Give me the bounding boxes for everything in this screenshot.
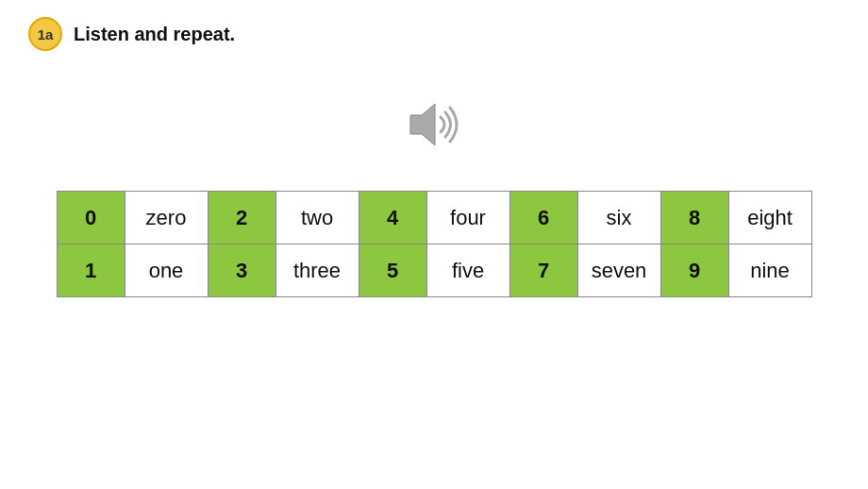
- number-table: 0zero2two4four6six8eight1one3three5five7…: [57, 191, 812, 297]
- svg-marker-0: [410, 104, 435, 145]
- number-cell-9: 9: [660, 244, 728, 297]
- number-cell-6: 6: [509, 192, 577, 244]
- number-cell-2: 2: [208, 192, 275, 244]
- number-cell-7: 7: [509, 244, 577, 297]
- number-cell-5: 5: [359, 244, 426, 297]
- word-cell-two: two: [275, 192, 359, 244]
- number-cell-4: 4: [359, 192, 426, 244]
- word-cell-five: five: [426, 244, 509, 297]
- speaker-area[interactable]: [0, 96, 868, 153]
- number-cell-3: 3: [208, 244, 275, 297]
- word-cell-three: three: [275, 244, 359, 297]
- word-cell-four: four: [426, 192, 509, 244]
- word-cell-seven: seven: [577, 244, 660, 297]
- exercise-badge: 1a: [28, 17, 62, 51]
- number-cell-1: 1: [57, 244, 125, 297]
- word-cell-nine: nine: [728, 244, 811, 297]
- instruction-text: Listen and repeat.: [74, 24, 235, 45]
- speaker-icon[interactable]: [401, 96, 467, 153]
- word-cell-six: six: [577, 192, 660, 244]
- header: 1a Listen and repeat.: [0, 0, 868, 68]
- number-table-container: 0zero2two4four6six8eight1one3three5five7…: [0, 191, 868, 297]
- number-cell-8: 8: [660, 192, 728, 244]
- word-cell-one: one: [125, 244, 208, 297]
- word-cell-zero: zero: [125, 192, 208, 244]
- badge-label: 1a: [38, 26, 54, 42]
- word-cell-eight: eight: [728, 192, 811, 244]
- number-cell-0: 0: [57, 192, 125, 244]
